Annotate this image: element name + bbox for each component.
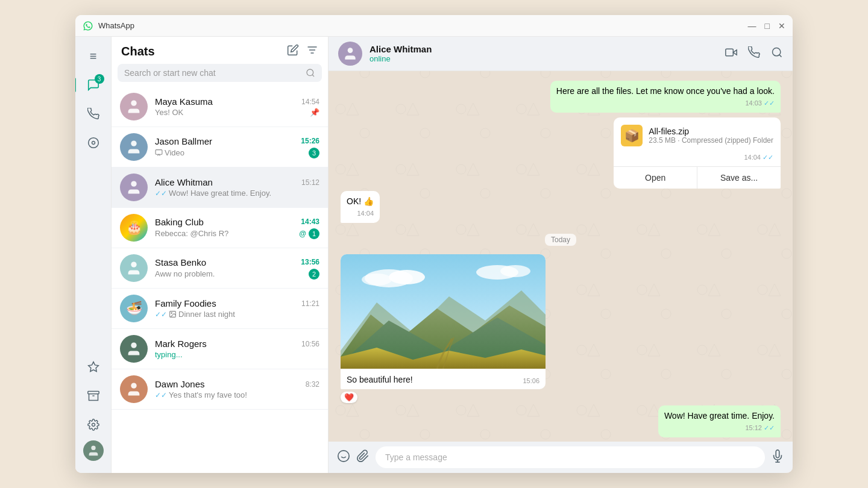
unread-badge: 1 <box>309 228 319 239</box>
svg-point-16 <box>131 262 136 267</box>
chat-time: 10:56 <box>301 340 319 348</box>
chat-preview: Yes! OK <box>155 108 183 117</box>
date-divider: Today <box>545 234 576 246</box>
chat-preview: typing... <box>155 350 183 359</box>
avatar <box>120 254 148 282</box>
sidebar-item-starred[interactable] <box>80 354 107 380</box>
chat-preview: ✓✓ Dinner last night <box>155 310 235 319</box>
open-file-button[interactable]: Open <box>614 167 697 189</box>
image-caption: So beautiful here! <box>347 375 539 384</box>
message-image[interactable] <box>341 254 546 369</box>
chat-name: Maya Kasuma <box>155 96 213 107</box>
file-message: 📦 All-files.zip 23.5 MB · Compressed (zi… <box>614 117 781 189</box>
message-time: 14:04 <box>347 209 374 218</box>
chat-preview: ✓✓ Yes that's my fave too! <box>155 390 247 399</box>
chat-name: Dawn Jones <box>155 379 205 389</box>
svg-line-25 <box>779 54 782 57</box>
message-text: Here are all the files. Let me know once… <box>556 86 775 98</box>
message-bubble: Here are all the files. Let me know once… <box>550 81 781 113</box>
list-item[interactable]: Alice Whitman 15:12 ✓✓ Wow! Have great t… <box>112 167 328 208</box>
minimize-button[interactable]: — <box>748 22 756 30</box>
search-input[interactable] <box>124 68 306 78</box>
chat-time: 15:26 <box>301 137 319 145</box>
svg-point-24 <box>773 48 781 55</box>
chat-preview: ✓✓ Wow! Have great time. Enjoy. <box>155 189 271 198</box>
message-time: 14:04 ✓✓ <box>621 154 773 166</box>
svg-point-29 <box>362 274 392 286</box>
voice-call-icon[interactable] <box>748 46 760 61</box>
close-button[interactable]: ✕ <box>778 22 785 30</box>
unread-badge: 3 <box>309 148 319 158</box>
sidebar-item-status[interactable] <box>80 130 107 156</box>
contact-avatar[interactable] <box>338 42 362 66</box>
voice-message-icon[interactable] <box>771 449 784 466</box>
avatar <box>120 375 148 403</box>
nav-top: ≡ 3 <box>80 43 107 354</box>
nav-bottom <box>80 354 107 461</box>
chat-info: Family Foodies 11:21 ✓✓ Dinner last nigh… <box>155 298 319 319</box>
avatar: 🎂 <box>120 214 148 242</box>
chat-name: Family Foodies <box>155 298 216 308</box>
message-text: OK! 👍 <box>347 196 374 208</box>
emoji-icon[interactable] <box>337 449 350 466</box>
list-item[interactable]: Jason Ballmer 15:26 Video 3 <box>112 127 328 167</box>
save-file-button[interactable]: Save as... <box>697 167 781 189</box>
search-icon <box>306 68 315 78</box>
list-item[interactable]: 🍜 Family Foodies 11:21 ✓✓ Dinner last ni… <box>112 289 328 329</box>
image-caption-area: So beautiful here! 15:06 <box>341 371 546 389</box>
list-item[interactable]: 🎂 Baking Club 14:43 Rebecca: @Chris R? @… <box>112 208 328 248</box>
list-item[interactable]: Mark Rogers 10:56 typing... <box>112 329 328 369</box>
svg-line-11 <box>312 75 314 77</box>
svg-point-10 <box>307 69 313 76</box>
search-box[interactable] <box>118 64 322 82</box>
message-time: 15:06 <box>523 377 539 384</box>
svg-marker-2 <box>88 362 98 372</box>
svg-point-28 <box>389 270 425 284</box>
chat-time: 14:54 <box>301 98 319 106</box>
avatar <box>120 335 148 363</box>
app-logo <box>83 20 93 31</box>
avatar <box>120 93 148 120</box>
chat-header: Alice Whitman online <box>329 37 793 71</box>
filter-icon[interactable] <box>306 44 318 59</box>
avatar <box>120 174 148 201</box>
contact-info[interactable]: Alice Whitman online <box>370 44 725 63</box>
file-name: All-files.zip <box>649 127 773 136</box>
list-item[interactable]: Maya Kasuma 14:54 Yes! OK 📌 <box>112 87 328 127</box>
message-bubble: Wow! Have great time. Enjoy. 15:12 ✓✓ <box>658 405 781 437</box>
unread-badge: 2 <box>309 269 319 280</box>
file-header: 📦 All-files.zip 23.5 MB · Compressed (zi… <box>621 125 773 146</box>
chat-actions <box>725 46 783 61</box>
chat-info: Alice Whitman 15:12 ✓✓ Wow! Have great t… <box>155 177 319 198</box>
svg-point-21 <box>348 48 353 53</box>
list-item[interactable]: Stasa Benko 13:56 Aww no problem. 2 <box>112 248 328 289</box>
video-call-icon[interactable] <box>725 46 737 61</box>
svg-point-15 <box>131 181 136 187</box>
chat-info: Dawn Jones 8:32 ✓✓ Yes that's my fave to… <box>155 379 319 399</box>
svg-point-31 <box>500 265 530 277</box>
sidebar-item-calls[interactable] <box>80 101 107 127</box>
maximize-button[interactable]: □ <box>765 22 770 30</box>
svg-point-12 <box>131 101 136 106</box>
chat-time: 11:21 <box>301 299 319 308</box>
list-item[interactable]: Dawn Jones 8:32 ✓✓ Yes that's my fave to… <box>112 369 328 410</box>
sidebar-item-chats[interactable]: 3 <box>80 72 107 98</box>
file-size: 23.5 MB · Compressed (zipped) Folder <box>649 136 773 145</box>
svg-point-5 <box>92 424 95 427</box>
new-chat-icon[interactable] <box>287 44 299 59</box>
search-chat-icon[interactable] <box>771 46 783 61</box>
chat-list-header: Chats <box>112 37 328 64</box>
contact-name: Alice Whitman <box>370 44 725 54</box>
user-avatar[interactable] <box>83 440 104 461</box>
sidebar-item-menu[interactable]: ≡ <box>80 43 107 69</box>
svg-point-36 <box>338 450 349 461</box>
svg-rect-14 <box>156 150 162 155</box>
attachment-icon[interactable] <box>356 449 370 466</box>
svg-point-6 <box>91 446 95 450</box>
sidebar-nav: ≡ 3 <box>75 37 112 473</box>
image-message: So beautiful here! 15:06 <box>341 254 546 389</box>
contact-status: online <box>370 54 725 63</box>
message-input[interactable] <box>376 446 765 468</box>
sidebar-item-settings[interactable] <box>80 411 107 438</box>
sidebar-item-archive[interactable] <box>80 383 107 409</box>
